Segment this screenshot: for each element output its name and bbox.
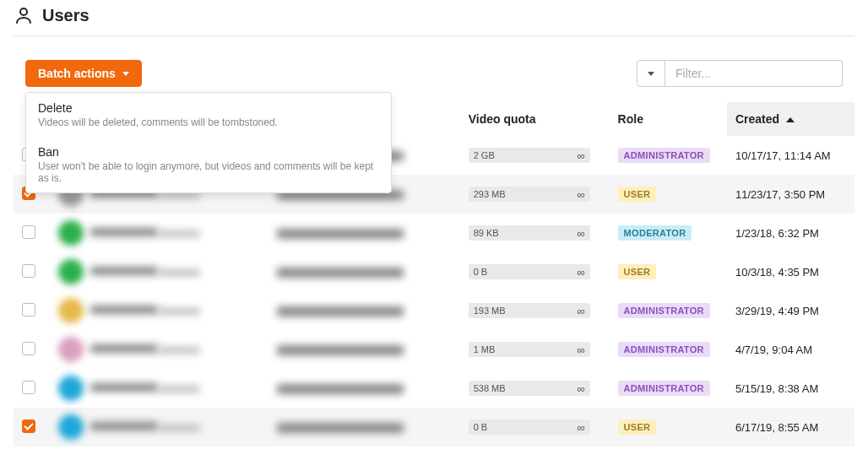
dropdown-item-desc: Videos will be deleted, comments will be… [38,116,379,128]
dropdown-item-delete[interactable]: Delete Videos will be deleted, comments … [26,93,391,137]
row-checkbox[interactable] [22,342,35,355]
role-badge: ADMINISTRATOR [618,381,710,396]
role-cell: ADMINISTRATOR [610,136,727,175]
table-row[interactable]: 0 B∞USER10/3/18, 4:35 PM [14,252,854,291]
avatar [58,376,84,401]
page-title: Users [42,6,90,25]
role-badge: ADMINISTRATOR [618,303,710,318]
email-cell [269,408,460,446]
quota-cell: 538 MB∞ [460,369,610,408]
role-badge: USER [618,264,657,279]
infinity-icon: ∞ [577,421,584,434]
role-badge: MODERATOR [618,225,692,241]
role-badge: ADMINISTRATOR [618,148,710,163]
quota-cell: 1 MB∞ [460,330,610,369]
user-cell [50,330,269,369]
dropdown-item-ban[interactable]: Ban User won't be able to login anymore,… [26,137,391,192]
infinity-icon: ∞ [577,227,584,240]
column-header-created[interactable]: Created [727,102,854,136]
infinity-icon: ∞ [577,188,584,201]
quota-value: 0 B [474,267,488,277]
created-cell: 10/17/17, 11:14 AM [727,136,854,175]
users-icon [14,5,34,25]
dropdown-item-title: Ban [38,145,379,159]
table-row[interactable]: 0 B∞USER6/17/19, 8:55 AM [14,408,854,446]
email-cell [269,291,460,330]
quota-value: 1 MB [474,344,496,354]
email-cell [269,369,460,408]
batch-actions-dropdown: Delete Videos will be deleted, comments … [25,92,392,193]
quota-value: 293 MB [474,189,506,199]
created-cell: 3/29/19, 4:49 PM [727,291,854,330]
quota-cell: 193 MB∞ [460,291,610,330]
infinity-icon: ∞ [577,266,584,279]
batch-actions-button[interactable]: Batch actions [25,60,142,87]
user-cell [50,369,269,408]
user-cell [50,252,269,291]
role-cell: MODERATOR [610,214,727,252]
caret-down-icon [648,72,654,76]
quota-cell: 0 B∞ [460,252,610,291]
role-cell: USER [610,175,727,214]
quota-value: 193 MB [474,306,506,316]
role-cell: ADMINISTRATOR [610,291,727,330]
column-header-role[interactable]: Role [610,102,727,136]
table-row[interactable]: 1 MB∞ADMINISTRATOR4/7/19, 9:04 AM [14,330,854,369]
quota-value: 0 B [474,422,488,432]
quota-cell: 2 GB∞ [460,136,610,175]
row-checkbox[interactable] [22,419,35,433]
created-cell: 11/23/17, 3:50 PM [727,175,854,214]
quota-value: 2 GB [474,150,495,160]
caret-down-icon [122,72,129,76]
email-cell [269,330,460,369]
user-cell [50,291,269,330]
avatar [58,298,84,323]
quota-value: 538 MB [474,383,506,393]
table-row[interactable]: 193 MB∞ADMINISTRATOR3/29/19, 4:49 PM [14,291,854,330]
user-cell [50,408,269,446]
dropdown-item-title: Delete [38,101,379,115]
table-row[interactable]: 538 MB∞ADMINISTRATOR5/15/19, 8:38 AM [14,369,854,408]
role-badge: ADMINISTRATOR [618,342,710,357]
email-cell [269,252,460,291]
filter-input[interactable] [665,60,843,87]
infinity-icon: ∞ [577,149,584,162]
email-cell [269,214,460,252]
role-cell: USER [610,252,727,291]
user-cell [50,214,269,252]
filter-group [637,60,843,87]
quota-value: 89 KB [474,228,499,238]
page-header: Users [14,0,854,36]
avatar [58,337,84,362]
batch-actions-label: Batch actions [38,67,116,80]
svg-point-0 [20,8,27,15]
created-cell: 10/3/18, 4:35 PM [727,252,854,291]
infinity-icon: ∞ [577,305,584,317]
infinity-icon: ∞ [577,382,584,395]
quota-cell: 89 KB∞ [460,214,610,252]
created-cell: 5/15/19, 8:38 AM [727,369,854,408]
created-cell: 1/23/18, 6:32 PM [727,214,854,252]
role-badge: USER [618,187,657,202]
created-cell: 4/7/19, 9:04 AM [727,330,854,369]
avatar [58,414,84,440]
row-checkbox[interactable] [22,225,35,239]
role-badge: USER [618,419,657,435]
sort-asc-icon [786,117,795,122]
role-cell: ADMINISTRATOR [610,369,727,408]
role-cell: USER [610,408,727,446]
avatar [58,220,84,246]
created-cell: 6/17/19, 8:55 AM [727,408,854,446]
filter-dropdown-button[interactable] [637,60,665,87]
row-checkbox[interactable] [22,264,35,278]
dropdown-item-desc: User won't be able to login anymore, but… [38,160,379,184]
role-cell: ADMINISTRATOR [610,330,727,369]
infinity-icon: ∞ [577,344,584,356]
row-checkbox[interactable] [22,381,35,394]
quota-cell: 293 MB∞ [460,175,610,214]
avatar [58,259,84,284]
table-row[interactable]: 89 KB∞MODERATOR1/23/18, 6:32 PM [14,214,854,252]
quota-cell: 0 B∞ [460,408,610,446]
column-header-quota[interactable]: Video quota [460,102,610,136]
row-checkbox[interactable] [22,303,35,317]
